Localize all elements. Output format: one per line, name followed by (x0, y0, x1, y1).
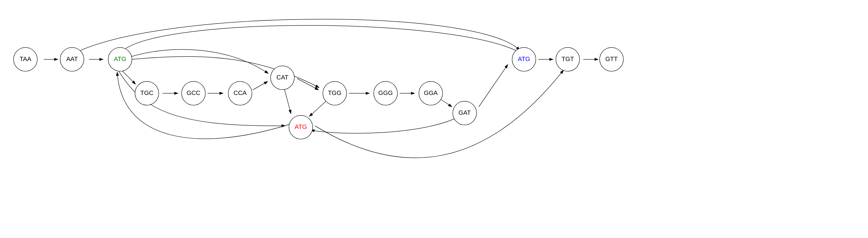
node-TGT: TGT (556, 48, 580, 71)
node-CCA: CCA (228, 81, 252, 105)
node-TGG: TGG (323, 81, 347, 105)
node-TAA: TAA (13, 48, 37, 71)
svg-text:TGC: TGC (141, 89, 154, 96)
svg-text:GCC: GCC (187, 89, 200, 96)
node-GAT: GAT (453, 101, 476, 125)
node-GGA: GGA (419, 81, 443, 105)
svg-text:CAT: CAT (277, 74, 288, 81)
node-AAT: AAT (60, 48, 84, 71)
node-GCC: GCC (182, 81, 205, 105)
node-GTT: GTT (600, 48, 623, 71)
svg-text:TGG: TGG (328, 89, 341, 96)
node-ATG3: ATG (512, 48, 536, 71)
svg-text:TAA: TAA (20, 55, 31, 62)
svg-text:ATG: ATG (114, 55, 126, 62)
svg-text:ATG: ATG (294, 123, 307, 130)
svg-text:CCA: CCA (234, 89, 247, 96)
node-ATG2: ATG (289, 115, 313, 139)
svg-text:GGG: GGG (378, 89, 393, 96)
node-TGC: TGC (135, 81, 159, 105)
svg-text:GAT: GAT (459, 109, 471, 116)
node-ATG1: ATG (108, 48, 132, 71)
svg-text:GTT: GTT (605, 55, 618, 62)
svg-text:AAT: AAT (66, 55, 78, 62)
svg-text:ATG: ATG (518, 55, 530, 62)
svg-text:GGA: GGA (424, 89, 438, 96)
svg-text:TGT: TGT (561, 55, 574, 62)
node-CAT: CAT (271, 66, 294, 90)
node-GGG: GGG (374, 81, 397, 105)
